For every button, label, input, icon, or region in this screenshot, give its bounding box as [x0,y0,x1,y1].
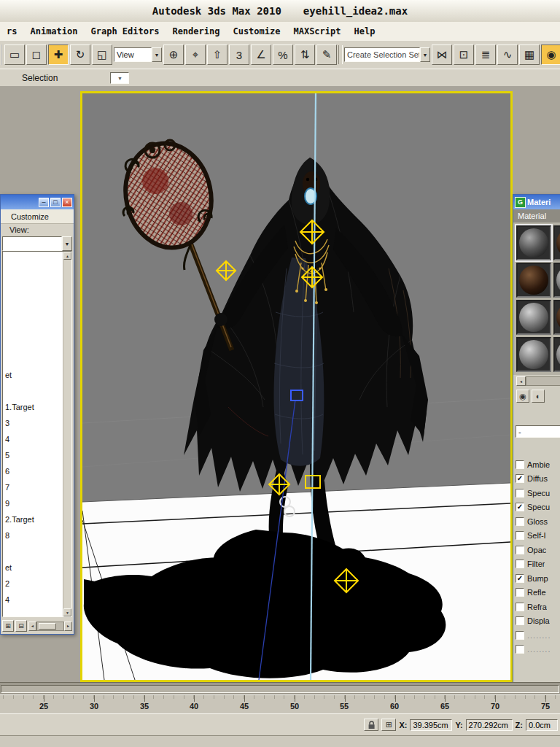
angle-snap-button[interactable]: ∠ [251,44,271,65]
material-name-combo[interactable]: - ▼ [516,425,560,440]
sample-slot[interactable] [553,337,560,372]
node-list[interactable]: et 1.Target 3 4 5 6 7 9 2.Target 8 et 2 … [2,251,72,617]
scrollbar-thumb[interactable] [39,623,56,630]
select-object-button[interactable]: ◻ [26,44,47,65]
viewport-canvas[interactable] [82,93,510,680]
percent-snap-button[interactable]: % [273,44,293,65]
view-combo[interactable]: ▼ [2,236,72,249]
scroll-down-icon[interactable]: ▼ [63,608,71,616]
checkbox[interactable]: ✓ [516,574,524,583]
scrollbar-track[interactable] [526,376,560,386]
toolbar-drag-handle[interactable] [1,44,2,65]
checkbox[interactable] [516,546,524,554]
schematic-view-button[interactable]: ▦ [519,44,540,65]
vertical-scrollbar[interactable]: ▲ ▼ [63,252,71,616]
reference-coordsys-combo[interactable]: View ▼ [114,47,162,62]
list-item[interactable]: 2 [3,576,71,592]
sample-type-icon[interactable]: ◉ [516,390,529,403]
mirror-button[interactable]: ⋈ [432,44,452,65]
sample-slot[interactable] [553,300,560,335]
checkbox[interactable] [516,645,524,654]
scroll-up-icon[interactable]: ▲ [63,252,71,260]
menu-graph-editors[interactable]: Graph Editors [84,22,166,41]
sample-slot[interactable] [516,337,551,372]
zoom-tool-icon[interactable]: ⊟ [15,620,27,632]
scrollbar-track[interactable] [36,622,64,631]
selection-lock-icon[interactable] [364,719,378,731]
checkbox[interactable] [516,603,524,611]
checkbox[interactable] [516,631,524,640]
list-item[interactable]: 3 [3,415,71,431]
snap-toggle-3d-button[interactable]: 3 [229,44,249,65]
list-item[interactable]: 8 [3,527,71,543]
checkbox[interactable]: ✓ [516,474,524,483]
list-item[interactable]: 2.Target [3,511,71,527]
material-editor-titlebar[interactable]: G Materi [513,195,560,209]
pan-tool-icon[interactable]: ⊞ [2,620,14,632]
maximize-icon[interactable]: □ [50,198,61,207]
checkbox[interactable] [516,588,524,597]
curve-editor-button[interactable]: ∿ [497,44,518,65]
view-combo-value[interactable] [2,236,62,251]
material-editor-button[interactable]: ◉ [541,44,560,65]
list-item[interactable]: 7 [3,479,71,495]
select-and-manipulate-button[interactable]: ⌖ [185,44,206,65]
y-coordinate-field[interactable]: 270.292cm [466,719,513,731]
track-bar[interactable] [1,685,559,693]
sample-slot[interactable] [516,263,551,298]
list-item[interactable]: et [3,560,71,576]
sample-slot[interactable] [553,225,560,260]
schematic-view-window[interactable]: – □ × Customize View: ▼ et 1.Target 3 4 … [0,194,74,635]
time-ruler[interactable]: 25 30 35 40 45 50 55 60 65 70 75 [0,694,560,714]
checkbox[interactable] [516,531,524,540]
layer-manager-button[interactable]: ≣ [475,44,496,65]
checkbox[interactable]: ✓ [516,503,524,511]
selection-flyout-button[interactable]: ▼ [110,72,129,84]
material-editor-window[interactable]: G Materi Material ◄ ◉ ◐ - ▼ A [513,194,560,693]
left-window-titlebar[interactable]: – □ × [1,195,74,209]
list-item[interactable]: 1.Target [3,399,71,415]
selection-set-placeholder[interactable]: Create Selection Set [344,47,420,62]
selection-region-icon[interactable]: ▭ [4,44,25,65]
chevron-down-icon[interactable]: ▼ [420,47,430,62]
track-bar-strip[interactable] [0,682,560,694]
list-item[interactable] [3,543,71,560]
select-and-scale-button[interactable]: ◱ [92,44,112,65]
material-name-value[interactable]: - [516,425,560,438]
menu-maxscript[interactable]: MAXScript [287,22,347,41]
select-and-rotate-button[interactable]: ↻ [70,44,90,65]
list-item[interactable]: 9 [3,495,71,511]
list-item[interactable] [3,383,71,399]
checkbox[interactable] [516,616,524,625]
select-and-move-button[interactable]: ✚ [48,44,69,65]
menu-customize[interactable]: Customize [226,22,287,41]
list-item[interactable]: 5 [3,447,71,463]
checkbox[interactable] [516,489,524,498]
minimize-icon[interactable]: – [39,198,49,207]
menu-material[interactable]: Material [518,212,546,220]
menu-help[interactable]: Help [348,22,382,41]
close-icon[interactable]: × [62,198,72,207]
horizontal-scrollbar[interactable]: ◄ ► [28,622,72,631]
checkbox[interactable] [516,460,524,469]
spinner-snap-button[interactable]: ⇅ [295,44,315,65]
slot-scrollbar[interactable]: ◄ [516,376,560,386]
sample-slot[interactable] [516,300,551,335]
perspective-viewport[interactable] [80,91,513,682]
scroll-left-icon[interactable]: ◄ [516,376,526,386]
named-selection-set-combo[interactable]: Create Selection Set ▼ [344,47,430,62]
scroll-right-icon[interactable]: ► [64,622,72,631]
list-item[interactable]: 6 [3,463,71,479]
scroll-left-icon[interactable]: ◄ [28,622,36,631]
menu-modifiers-cut[interactable]: rs [0,22,23,41]
use-center-button[interactable]: ⊕ [163,44,184,65]
z-coordinate-field[interactable]: 0.0cm [526,719,558,731]
x-coordinate-field[interactable]: 39.395cm [410,719,452,731]
keyboard-override-button[interactable]: ⇧ [207,44,228,65]
chevron-down-icon[interactable]: ▼ [152,47,162,62]
checkbox[interactable] [516,517,524,526]
menu-rendering[interactable]: Rendering [166,22,226,41]
coordsys-value[interactable]: View [114,47,152,62]
align-button[interactable]: ⊡ [454,44,474,65]
sample-slot[interactable] [516,225,551,260]
